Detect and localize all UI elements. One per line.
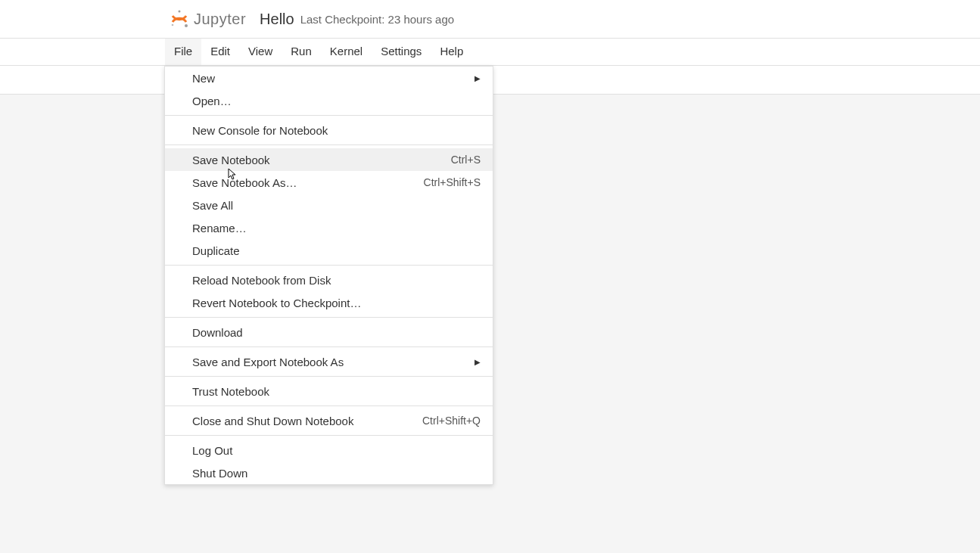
menu-item-label: New Console for Notebook	[192, 124, 481, 137]
file-menu-download[interactable]: Download	[165, 321, 493, 343]
menu-file[interactable]: File	[165, 39, 201, 65]
file-menu-new-console-for-notebook[interactable]: New Console for Notebook	[165, 119, 493, 141]
menu-item-label: Revert Notebook to Checkpoint…	[192, 297, 481, 309]
submenu-arrow-icon: ▶	[474, 358, 481, 366]
file-menu-duplicate[interactable]: Duplicate	[165, 239, 493, 262]
menu-item-label: Download	[192, 326, 481, 339]
menu-item-label: Log Out	[192, 444, 481, 457]
file-menu-trust-notebook[interactable]: Trust Notebook	[165, 380, 493, 402]
menu-separator	[165, 435, 493, 436]
menu-item-label: Save All	[192, 199, 481, 212]
file-menu-revert-notebook-to-checkpoint[interactable]: Revert Notebook to Checkpoint…	[165, 291, 493, 314]
file-menu-log-out[interactable]: Log Out	[165, 439, 493, 461]
menu-item-label: Rename…	[192, 222, 481, 235]
submenu-arrow-icon: ▶	[474, 74, 481, 82]
menu-separator	[165, 346, 493, 347]
file-menu-reload-notebook-from-disk[interactable]: Reload Notebook from Disk	[165, 269, 493, 291]
menu-item-label: Trust Notebook	[192, 385, 481, 398]
menu-item-label: New	[192, 72, 474, 85]
menu-item-label: Reload Notebook from Disk	[192, 274, 481, 287]
file-menu-shut-down[interactable]: Shut Down	[165, 461, 493, 484]
menu-item-label: Duplicate	[192, 244, 481, 257]
file-menu-save-and-export-notebook-as[interactable]: Save and Export Notebook As▶	[165, 350, 493, 373]
jupyter-icon	[170, 9, 189, 29]
notebook-name[interactable]: Hello	[260, 11, 294, 28]
menu-item-shortcut: Ctrl+Shift+Q	[422, 415, 481, 427]
file-menu-new[interactable]: New▶	[165, 67, 493, 89]
menu-settings[interactable]: Settings	[372, 39, 431, 65]
file-menu-close-and-shut-down-notebook[interactable]: Close and Shut Down NotebookCtrl+Shift+Q	[165, 409, 493, 432]
menubar: File Edit View Run Kernel Settings Help	[0, 39, 980, 66]
menu-separator	[165, 265, 493, 266]
file-menu-save-notebook-as[interactable]: Save Notebook As…Ctrl+Shift+S	[165, 171, 493, 194]
menu-item-label: Open…	[192, 95, 481, 107]
menu-item-label: Save and Export Notebook As	[192, 356, 474, 368]
menu-item-label: Close and Shut Down Notebook	[192, 415, 422, 427]
file-menu-dropdown: New▶Open…New Console for NotebookSave No…	[164, 66, 493, 485]
file-menu-save-all[interactable]: Save All	[165, 194, 493, 216]
file-menu-rename[interactable]: Rename…	[165, 216, 493, 239]
menu-item-shortcut: Ctrl+Shift+S	[424, 176, 481, 188]
svg-point-2	[172, 24, 174, 26]
logo-text: Jupyter	[194, 11, 246, 28]
menu-separator	[165, 317, 493, 318]
menu-item-label: Save Notebook	[192, 154, 451, 166]
svg-point-0	[179, 11, 181, 13]
svg-point-1	[185, 24, 188, 27]
menu-run[interactable]: Run	[282, 39, 321, 65]
menu-separator	[165, 144, 493, 145]
menu-edit[interactable]: Edit	[201, 39, 239, 65]
menu-separator	[165, 376, 493, 377]
checkpoint-text: Last Checkpoint: 23 hours ago	[300, 13, 454, 26]
logo[interactable]: Jupyter	[170, 9, 246, 29]
menu-item-shortcut: Ctrl+S	[451, 154, 481, 166]
menu-item-label: Save Notebook As…	[192, 176, 424, 189]
menu-view[interactable]: View	[239, 39, 282, 65]
menu-help[interactable]: Help	[431, 39, 472, 65]
file-menu-save-notebook[interactable]: Save NotebookCtrl+S	[165, 148, 493, 171]
menu-kernel[interactable]: Kernel	[321, 39, 372, 65]
menu-item-label: Shut Down	[192, 467, 481, 480]
header: Jupyter Hello Last Checkpoint: 23 hours …	[0, 0, 980, 39]
menu-separator	[165, 115, 493, 116]
file-menu-open[interactable]: Open…	[165, 89, 493, 112]
menu-separator	[165, 405, 493, 406]
